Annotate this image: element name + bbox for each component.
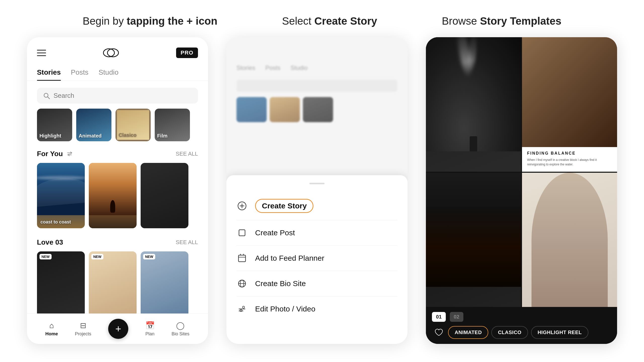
create-post-label: Create Post — [255, 229, 295, 237]
page-dots: 01 02 — [432, 312, 611, 322]
svg-line-3 — [48, 97, 50, 99]
svg-rect-8 — [238, 255, 246, 262]
tc2-image — [522, 37, 617, 147]
chip-highlight-label: Highlight — [39, 133, 61, 139]
story-card-dark[interactable] — [141, 163, 188, 228]
chip-film[interactable]: Film — [155, 109, 190, 141]
chip-animated[interactable]: Animated — [76, 109, 111, 141]
page-dot-01[interactable]: 01 — [432, 312, 446, 322]
new-badge-3: NEW — [143, 254, 155, 259]
blur-thumb-1 — [236, 97, 267, 122]
menu-edit-photo[interactable]: Edit Photo / Video — [236, 296, 397, 322]
blur-search — [236, 79, 397, 92]
tab-studio[interactable]: Studio — [99, 64, 118, 80]
instructions-row: Begin by tapping the + icon Select Creat… — [0, 0, 644, 37]
middle-phone-panel: Stories Posts Studio — [226, 37, 408, 344]
template-card-person[interactable] — [522, 173, 617, 307]
chip-clasico[interactable]: Clasico — [115, 109, 151, 141]
shuffle-icon[interactable] — [66, 150, 74, 158]
plan-label: Plan — [145, 331, 154, 337]
tc4-image — [522, 173, 617, 307]
new-badge-2: NEW — [91, 254, 104, 259]
new-badge-1: NEW — [39, 254, 52, 259]
projects-icon: ⊟ — [80, 321, 86, 330]
bio-sites-label: Bio Sites — [172, 331, 189, 337]
svg-rect-7 — [239, 230, 245, 236]
for-you-title: For You — [37, 150, 74, 158]
heart-button[interactable] — [432, 326, 445, 339]
create-story-highlight-oval: Create Story — [255, 199, 313, 213]
blur-tab-2: Posts — [265, 62, 280, 73]
blur-thumb-3 — [303, 97, 333, 122]
bio-site-icon — [236, 278, 248, 289]
love-section-header: Love 03 SEE ALL — [27, 236, 208, 251]
chip-highlight[interactable]: Highlight — [37, 109, 72, 141]
tc2-text-area: FINDING BALANCE When I find myself in a … — [522, 147, 617, 172]
create-post-icon — [236, 227, 248, 238]
menu-bio-site[interactable]: Create Bio Site — [236, 271, 397, 296]
search-input[interactable] — [54, 92, 192, 100]
middle-phone: Stories Posts Studio — [226, 37, 408, 344]
template-tabs: ANIMATED CLASICO HIGHLIGHT REEL — [432, 326, 611, 339]
story-card-surf[interactable] — [89, 163, 137, 228]
svg-point-17 — [243, 306, 245, 308]
home-label: Home — [45, 331, 58, 337]
instruction-right-bold: Story Templates — [480, 15, 561, 27]
bio-sites-icon: ◯ — [176, 321, 185, 330]
for-you-see-all[interactable]: SEE ALL — [176, 151, 198, 157]
menu-feed-planner[interactable]: Add to Feed Planner — [236, 246, 397, 271]
for-you-section-header: For You SEE ALL — [27, 147, 208, 163]
love-card-3[interactable]: NEW — [141, 251, 188, 317]
tab-clasico[interactable]: CLASICO — [491, 326, 528, 339]
projects-label: Projects — [75, 331, 91, 337]
bottom-nav: ⌂ Home ⊟ Projects + 📅 Plan ◯ Bio Sites — [27, 313, 208, 344]
nav-home[interactable]: ⌂ Home — [45, 321, 58, 337]
blur-tab-1: Stories — [236, 62, 255, 73]
page-dot-02[interactable]: 02 — [450, 312, 463, 322]
search-bar[interactable] — [37, 88, 198, 104]
nav-plan[interactable]: 📅 Plan — [145, 321, 155, 337]
nav-bio-sites[interactable]: ◯ Bio Sites — [172, 321, 189, 337]
plan-icon: 📅 — [145, 321, 155, 330]
instruction-left: Begin by tapping the + icon — [83, 15, 217, 27]
template-card-text[interactable]: FINDING BALANCE When I find myself in a … — [522, 37, 617, 172]
template-card-hair[interactable] — [426, 173, 521, 307]
menu-create-post[interactable]: Create Post — [236, 220, 397, 246]
tab-animated[interactable]: ANIMATED — [448, 326, 488, 339]
left-phone-panel: PRO Stories Posts Studio Highli — [27, 37, 208, 344]
sheet-handle — [309, 183, 325, 184]
tab-stories[interactable]: Stories — [37, 64, 61, 80]
tc3-image — [426, 173, 521, 287]
edit-photo-icon — [236, 303, 248, 314]
feed-planner-label: Add to Feed Planner — [255, 254, 324, 262]
love-card-2[interactable]: NEW — [89, 251, 137, 317]
tab-highlight-reel[interactable]: HIGHLIGHT REEL — [531, 326, 588, 339]
love-card-1[interactable]: NEW — [37, 251, 85, 317]
search-icon — [43, 92, 50, 99]
nav-projects[interactable]: ⊟ Projects — [75, 321, 91, 337]
category-chips: Highlight Animated Clasico Film — [27, 109, 208, 147]
edit-photo-label: Edit Photo / Video — [255, 305, 315, 313]
story-card-wave[interactable]: coast to coast — [37, 163, 85, 228]
create-story-icon — [236, 200, 248, 211]
template-grid: FINDING BALANCE When I find myself in a … — [426, 37, 617, 307]
nav-tabs: Stories Posts Studio — [27, 64, 208, 81]
bio-site-label: Create Bio Site — [255, 279, 306, 288]
blur-grid — [236, 97, 397, 122]
blur-tab-3: Studio — [291, 62, 308, 73]
template-card-smoke[interactable] — [426, 37, 521, 172]
logo-icon — [102, 46, 120, 59]
hamburger-icon[interactable] — [37, 50, 46, 56]
phone-header: PRO — [27, 37, 208, 64]
love-see-all[interactable]: SEE ALL — [176, 239, 198, 246]
add-icon: + — [115, 324, 121, 334]
story-grid: coast to coast — [27, 163, 208, 236]
tab-posts[interactable]: Posts — [71, 64, 89, 80]
add-button[interactable]: + — [108, 319, 128, 339]
pro-badge: PRO — [176, 48, 198, 58]
create-story-label: Create Story — [262, 202, 307, 210]
love-section-title: Love 03 — [37, 238, 63, 246]
coast-label: coast to coast — [41, 219, 71, 225]
blur-thumb-2 — [270, 97, 300, 122]
menu-create-story[interactable]: Create Story — [236, 192, 397, 220]
